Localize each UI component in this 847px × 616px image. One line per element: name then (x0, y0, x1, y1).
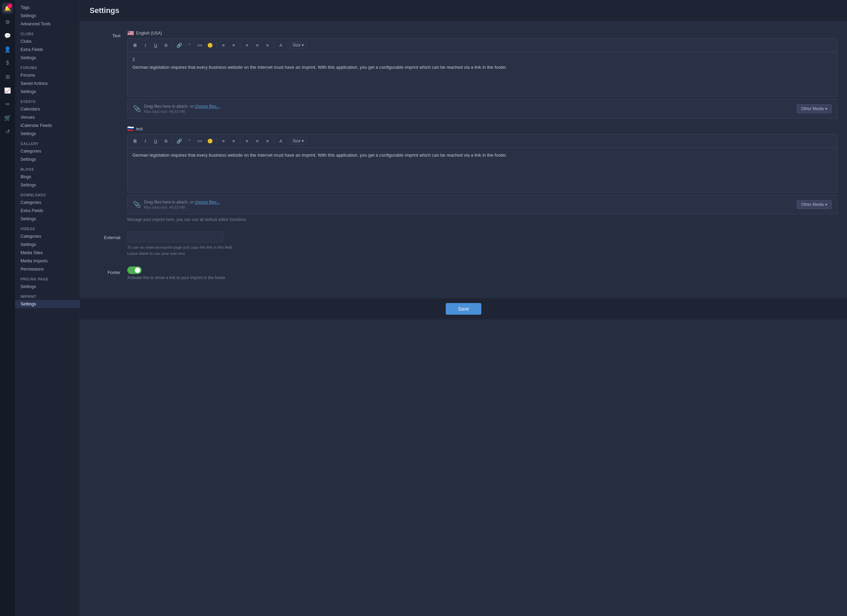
user-icon[interactable]: 👤 (2, 44, 13, 55)
divider3 (240, 42, 241, 48)
sidebar-item-settings-top[interactable]: Settings (15, 12, 80, 20)
external-input[interactable] (127, 231, 223, 242)
sidebar-item-gallery-categories[interactable]: Categories (15, 147, 80, 155)
text-label: Text (90, 30, 120, 222)
sidebar-item-clubs-extra-fields[interactable]: Extra Fields (15, 46, 80, 54)
sidebar-item-blogs[interactable]: Blogs (15, 173, 80, 181)
sidebar-item-venues[interactable]: Venues (15, 113, 80, 121)
footer-form-content: Activate this to show a link to your imp… (127, 267, 837, 280)
editor2-wrapper: B I U S 🔗 " <> 🙂 ≡ ≡ ≡ ≡ (127, 134, 837, 193)
chat-icon[interactable]: 💬 (2, 30, 13, 41)
footer-toggle[interactable] (127, 267, 142, 274)
editor1-content: German legislation requires that every b… (132, 64, 832, 71)
editor1-num: 2 (132, 56, 832, 63)
notification-badge: 1 (7, 3, 12, 8)
sidebar-item-videos-settings[interactable]: Settings (15, 240, 80, 249)
italic-btn-1[interactable]: I (140, 41, 150, 50)
sidebar-item-pricing-settings[interactable]: Settings (15, 283, 80, 291)
other-media-btn-2[interactable]: Other Media ▾ (797, 200, 832, 209)
link-btn-2[interactable]: 🔗 (174, 137, 184, 145)
lang1-name: English (USA) (136, 31, 162, 35)
sidebar-item-gallery-settings[interactable]: Settings (15, 155, 80, 164)
attach-link-1[interactable]: choose files... (195, 104, 220, 109)
section-events: EVENTS (15, 96, 80, 105)
sidebar-item-downloads-settings[interactable]: Settings (15, 215, 80, 223)
sidebar-item-media-imports[interactable]: Media Imports (15, 257, 80, 265)
sidebar-item-downloads-extra-fields[interactable]: Extra Fields (15, 206, 80, 215)
footer-form-row: Footer Activate this to show a link to y… (90, 267, 837, 280)
manage-hint: Manage your imprint here, you can use al… (127, 217, 837, 222)
editor1-body[interactable]: 2 German legislation requires that every… (128, 52, 837, 96)
list-ul-btn-2[interactable]: ≡ (218, 137, 228, 145)
section-downloads: DOWNLOADS (15, 189, 80, 198)
strike-btn-2[interactable]: S (161, 137, 171, 145)
external-hint: To use an external imprint page just cop… (127, 244, 837, 257)
sidebar: Tags Settings Advanced Tools CLUBS Clubs… (15, 0, 80, 616)
attach-size-2: Max total size: 48.83 MB (144, 205, 220, 209)
italic-btn-2[interactable]: I (140, 137, 150, 145)
sidebar-item-icalendar-feeds[interactable]: iCalendar Feeds (15, 121, 80, 130)
underline-btn-1[interactable]: U (151, 41, 161, 50)
sidebar-item-clubs[interactable]: Clubs (15, 37, 80, 46)
divider5 (287, 42, 288, 48)
cart-icon[interactable]: 🛒 (2, 112, 13, 123)
divider2-2 (217, 138, 217, 144)
sidebar-item-calendars[interactable]: Calendars (15, 105, 80, 113)
notification-icon[interactable]: 🔔 1 (2, 3, 13, 14)
external-form-row: External To use an external imprint page… (90, 231, 837, 257)
bold-btn-2[interactable]: B (130, 137, 140, 145)
align-center-btn-2[interactable]: ≡ (252, 137, 262, 145)
code-btn-1[interactable]: <> (195, 41, 205, 50)
sidebar-item-tags[interactable]: Tags (15, 3, 80, 12)
sidebar-item-saved-actions[interactable]: Saved Actions (15, 80, 80, 88)
bold-btn-1[interactable]: B (130, 41, 140, 50)
save-button[interactable]: Save (446, 303, 481, 315)
lang2-name: test (136, 127, 143, 131)
sidebar-item-videos-categories[interactable]: Categories (15, 232, 80, 240)
list-ul-btn-1[interactable]: ≡ (218, 41, 228, 50)
toggle-wrap (127, 267, 837, 274)
chart-icon[interactable]: 📈 (2, 85, 13, 96)
strike-btn-1[interactable]: S (161, 41, 171, 50)
align-right-btn-1[interactable]: ≡ (263, 41, 272, 50)
size-btn-2[interactable]: Size ▾ (289, 137, 307, 144)
other-media-btn-1[interactable]: Other Media ▾ (797, 104, 832, 113)
size-btn-1[interactable]: Size ▾ (289, 42, 307, 49)
sidebar-item-forums[interactable]: Forums (15, 71, 80, 80)
quote-btn-1[interactable]: " (185, 41, 194, 50)
sidebar-item-events-settings[interactable]: Settings (15, 130, 80, 138)
dollar-icon[interactable]: $ (2, 57, 13, 68)
link-btn-1[interactable]: 🔗 (174, 41, 184, 50)
divider3-2 (240, 138, 241, 144)
sidebar-item-media-sites[interactable]: Media Sites (15, 249, 80, 257)
emoji-btn-1[interactable]: 🙂 (205, 41, 215, 50)
font-color-btn-2[interactable]: A (276, 137, 286, 145)
sidebar-item-permissions[interactable]: Permissions (15, 265, 80, 273)
history-icon[interactable]: ↺ (2, 126, 13, 137)
underline-btn-2[interactable]: U (151, 137, 161, 145)
section-videos: VIDEOS (15, 223, 80, 232)
page-header: Settings (80, 0, 847, 22)
font-color-btn-1[interactable]: A (276, 41, 286, 50)
attach-area-1: 📎 Drag files here to attach, or choose f… (127, 99, 837, 119)
align-right-btn-2[interactable]: ≡ (263, 137, 272, 145)
sidebar-item-advanced-tools[interactable]: Advanced Tools (15, 20, 80, 28)
align-left-btn-1[interactable]: ≡ (242, 41, 252, 50)
sidebar-item-blogs-settings[interactable]: Settings (15, 181, 80, 189)
align-left-btn-2[interactable]: ≡ (242, 137, 252, 145)
sidebar-item-clubs-settings[interactable]: Settings (15, 54, 80, 62)
sidebar-item-downloads-categories[interactable]: Categories (15, 198, 80, 206)
sidebar-item-forums-settings[interactable]: Settings (15, 88, 80, 96)
list-ol-btn-1[interactable]: ≡ (229, 41, 238, 50)
attach-link-2[interactable]: choose files... (195, 200, 220, 205)
quote-btn-2[interactable]: " (185, 137, 194, 145)
list-ol-btn-2[interactable]: ≡ (229, 137, 238, 145)
code-btn-2[interactable]: <> (195, 137, 205, 145)
align-center-btn-1[interactable]: ≡ (252, 41, 262, 50)
pen-icon[interactable]: ✏ (2, 99, 13, 109)
emoji-btn-2[interactable]: 🙂 (205, 137, 215, 145)
sidebar-item-imprint-settings[interactable]: Settings (15, 300, 80, 308)
settings-icon[interactable]: ⚙ (2, 16, 13, 27)
grid-icon[interactable]: ⊞ (2, 71, 13, 82)
editor2-body[interactable]: German legislation requires that every b… (128, 148, 837, 192)
